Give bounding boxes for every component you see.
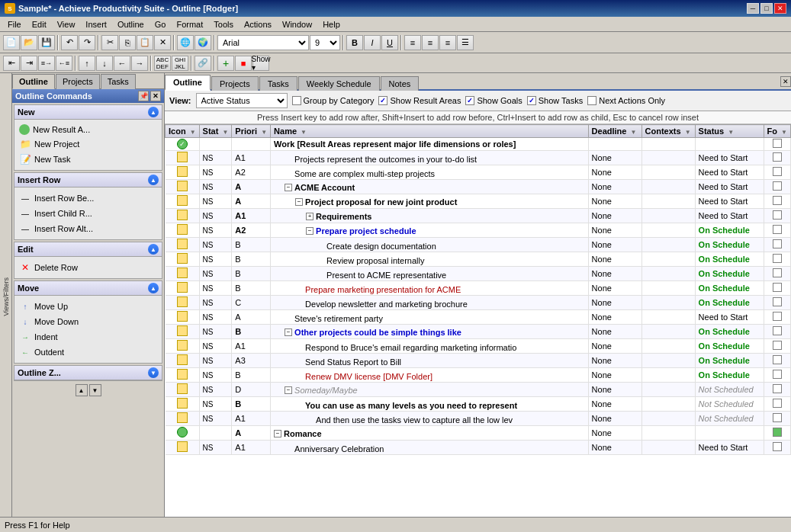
table-row[interactable]: NSA2−Prepare project scheduleNoneOn Sche…: [166, 223, 791, 238]
underline-button[interactable]: U: [381, 35, 398, 50]
list-button[interactable]: ☰: [457, 35, 474, 50]
insert-row-before-item[interactable]: — Insert Row Be...: [19, 191, 157, 206]
cell-fo[interactable]: [764, 238, 790, 252]
move-section-header[interactable]: Move ▲: [14, 281, 162, 296]
bold-button[interactable]: B: [346, 35, 363, 50]
link-button[interactable]: 🔗: [195, 56, 211, 71]
minimize-button[interactable]: ─: [747, 3, 759, 14]
cell-name[interactable]: Develop newsletter and marketing brochur…: [271, 296, 589, 310]
cell-name[interactable]: You can use as many levels as you need t…: [271, 397, 589, 412]
right-tab-weekly[interactable]: Weekly Schedule: [298, 76, 380, 91]
col-priority[interactable]: Priori ▼: [232, 125, 271, 138]
outline-header-close[interactable]: ✕: [150, 91, 161, 101]
scroll-up-button[interactable]: ▲: [76, 384, 88, 396]
font-size-select[interactable]: 9: [310, 35, 340, 50]
cell-name[interactable]: Work [Result Areas represent major life …: [271, 138, 589, 151]
tab-projects[interactable]: Projects: [56, 74, 100, 89]
menu-help[interactable]: Help: [318, 19, 345, 30]
open-button[interactable]: 📂: [21, 35, 37, 50]
cell-name[interactable]: +Requirements: [271, 209, 589, 223]
cell-name[interactable]: Renew DMV license [DMV Folder]: [271, 368, 589, 383]
group-by-category-checkbox[interactable]: [292, 96, 301, 105]
cut-button[interactable]: ✂: [101, 35, 118, 50]
edit-expand-arrow[interactable]: ▲: [148, 244, 159, 255]
cell-fo[interactable]: [764, 339, 790, 354]
abc-button1[interactable]: ABCDEF: [154, 56, 171, 71]
col-stat[interactable]: Stat ▼: [199, 125, 232, 138]
paste-button[interactable]: 📋: [137, 35, 153, 50]
cell-fo[interactable]: [764, 209, 790, 223]
right-tab-notes[interactable]: Notes: [381, 76, 420, 91]
move-down-item[interactable]: ↓ Move Down: [19, 314, 157, 329]
insert-expand-arrow[interactable]: ▲: [148, 175, 159, 185]
table-row[interactable]: NSA1Respond to Bruce's email regarding m…: [166, 339, 791, 354]
move-down-button[interactable]: ↓: [96, 56, 113, 71]
cell-name[interactable]: −Prepare project schedule: [271, 223, 589, 238]
cell-fo[interactable]: [764, 426, 790, 441]
align-right-button[interactable]: ≡: [439, 35, 456, 50]
menu-actions[interactable]: Actions: [240, 19, 276, 30]
cell-name[interactable]: Respond to Bruce's email regarding marke…: [271, 339, 589, 354]
cell-name[interactable]: Projects represent the outcomes in your …: [271, 151, 589, 165]
menu-edit[interactable]: Edit: [27, 19, 51, 30]
cell-name[interactable]: Steve's retirement party: [271, 310, 589, 325]
maximize-button[interactable]: □: [760, 3, 773, 14]
cell-name[interactable]: Anniversary Celebration: [271, 441, 589, 455]
close-button[interactable]: ✕: [774, 3, 786, 14]
cell-fo[interactable]: [764, 180, 790, 194]
table-row[interactable]: NSA1+RequirementsNoneNeed to Start: [166, 209, 791, 223]
new-result-item[interactable]: New Result A...: [19, 123, 157, 136]
menu-window[interactable]: Window: [278, 19, 317, 30]
table-row[interactable]: NSBPrepare marketing presentation for AC…: [166, 281, 791, 296]
redo-button[interactable]: ↷: [79, 35, 95, 50]
col-fo[interactable]: Fo ▼: [764, 125, 790, 138]
indent-item[interactable]: → Indent: [19, 329, 157, 345]
views-filters-tab[interactable]: Views/Filters: [1, 274, 11, 319]
cell-fo[interactable]: [764, 310, 790, 325]
delete-button[interactable]: ✕: [154, 35, 171, 50]
col-deadline[interactable]: Deadline ▼: [588, 125, 641, 138]
cell-fo[interactable]: [764, 151, 790, 165]
move-expand-arrow[interactable]: ▲: [148, 283, 159, 293]
outline-header-pin[interactable]: 📌: [138, 91, 149, 101]
insert-alt-item[interactable]: — Insert Row Alt...: [19, 221, 157, 236]
table-row[interactable]: NSASteve's retirement partyNoneNeed to S…: [166, 310, 791, 325]
cell-name[interactable]: −Romance: [271, 426, 589, 441]
abc-button2[interactable]: GHIJKL: [172, 56, 188, 71]
menu-file[interactable]: File: [3, 19, 26, 30]
cell-name[interactable]: Send Status Report to Bill: [271, 354, 589, 368]
table-row[interactable]: NSA2Some are complex multi-step projects…: [166, 165, 791, 180]
outline-z-header[interactable]: Outline Z... ▼: [14, 366, 162, 380]
cell-fo[interactable]: [764, 252, 790, 267]
outdent-item[interactable]: ← Outdent: [19, 345, 157, 360]
indent-left-button[interactable]: ⇤: [3, 56, 20, 71]
cell-name[interactable]: And then use the tasks view to capture a…: [271, 412, 589, 426]
table-row[interactable]: NSBPresent to ACME representativeNoneOn …: [166, 267, 791, 281]
table-row[interactable]: NSA1Projects represent the outcomes in y…: [166, 151, 791, 165]
new-button[interactable]: 📄: [3, 35, 20, 50]
view-select[interactable]: Active Status All Items Someday/Maybe: [196, 93, 288, 108]
menu-go[interactable]: Go: [150, 19, 171, 30]
table-row[interactable]: NSA−ACME AccountNoneNeed to Start: [166, 180, 791, 194]
table-row[interactable]: NSBCreate design documentationNoneOn Sch…: [166, 238, 791, 252]
table-row[interactable]: NSA1Anniversary CelebrationNoneNeed to S…: [166, 441, 791, 455]
cell-name[interactable]: −Someday/Maybe: [271, 383, 589, 397]
table-row[interactable]: NSA3Send Status Report to BillNoneOn Sch…: [166, 354, 791, 368]
insert-row-header[interactable]: Insert Row ▲: [14, 173, 162, 187]
menu-view[interactable]: View: [53, 19, 80, 30]
menu-insert[interactable]: Insert: [81, 19, 111, 30]
tab-tasks[interactable]: Tasks: [101, 74, 136, 89]
right-tab-projects[interactable]: Projects: [211, 76, 259, 91]
show-result-areas-checkbox[interactable]: ✓: [378, 96, 387, 105]
table-row[interactable]: NSA1And then use the tasks view to captu…: [166, 412, 791, 426]
italic-button[interactable]: I: [364, 35, 381, 50]
table-row[interactable]: NSA−Project proposal for new joint produ…: [166, 194, 791, 209]
insert-child-item[interactable]: — Insert Child R...: [19, 206, 157, 221]
cell-name[interactable]: Create design documentation: [271, 238, 589, 252]
cell-name[interactable]: −ACME Account: [271, 180, 589, 194]
right-tab-tasks[interactable]: Tasks: [259, 76, 297, 91]
outline-z-expand[interactable]: ▼: [148, 367, 159, 378]
show-tasks-checkbox[interactable]: ✓: [527, 96, 536, 105]
col-status[interactable]: Status ▼: [695, 125, 764, 138]
cell-fo[interactable]: [764, 441, 790, 455]
